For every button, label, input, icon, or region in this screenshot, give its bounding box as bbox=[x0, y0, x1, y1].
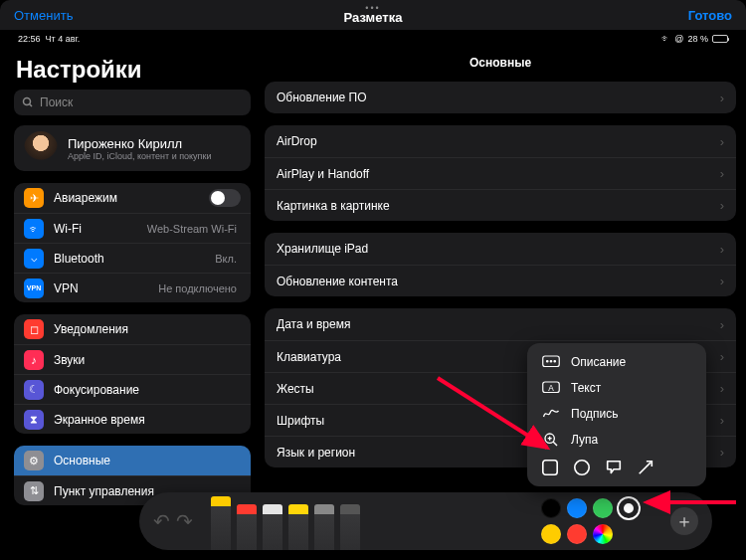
content-group: Хранилище iPad›Обновление контента› bbox=[265, 233, 736, 296]
chevron-right-icon: › bbox=[720, 445, 724, 460]
toggle[interactable] bbox=[209, 189, 241, 207]
chevron-right-icon: › bbox=[720, 91, 724, 105]
sidebar-item-основные[interactable]: ⚙Основные bbox=[14, 446, 251, 475]
add-button[interactable]: ＋ bbox=[670, 507, 698, 535]
battery-percent: 28 % bbox=[687, 34, 708, 44]
sign-icon bbox=[541, 406, 561, 422]
color-swatch[interactable] bbox=[567, 498, 587, 518]
row-icon: ⇅ bbox=[24, 481, 44, 501]
color-swatch[interactable] bbox=[593, 498, 613, 518]
profile-text: Пироженко Кирилл Apple ID, iCloud, конте… bbox=[68, 136, 211, 161]
color-swatch[interactable] bbox=[567, 524, 587, 544]
prefs-group: ◻Уведомления♪Звуки☾Фокусирование⧗Экранно… bbox=[14, 314, 251, 434]
popover-item-label: Подпись bbox=[571, 407, 619, 421]
svg-text:A: A bbox=[548, 384, 554, 393]
status-right: ᯤ @ 28 % bbox=[661, 34, 728, 44]
markup-title-wrap: ••• Разметка bbox=[344, 6, 403, 25]
sidebar-item-фокусирование[interactable]: ☾Фокусирование bbox=[14, 374, 251, 404]
status-bar: 22:56 Чт 4 авг. ᯤ @ 28 % bbox=[0, 30, 746, 46]
row-icon: ♪ bbox=[24, 350, 44, 370]
sidebar-item-авиарежим[interactable]: ✈Авиарежим bbox=[14, 183, 251, 213]
svg-line-1 bbox=[30, 104, 33, 107]
color-swatch[interactable] bbox=[593, 524, 613, 544]
sidebar-item-bluetooth[interactable]: ⌵BluetoothВкл. bbox=[14, 243, 251, 273]
sidebar-item-звуки[interactable]: ♪Звуки bbox=[14, 344, 251, 374]
drawing-tool-3[interactable] bbox=[288, 504, 308, 550]
chevron-right-icon: › bbox=[720, 349, 724, 364]
chevron-right-icon: › bbox=[720, 166, 724, 181]
text-icon: A bbox=[541, 380, 561, 396]
search-field[interactable]: Поиск bbox=[14, 90, 251, 115]
search-icon bbox=[22, 96, 34, 108]
markup-nav-bar: Отменить ••• Разметка Готово bbox=[0, 0, 746, 30]
color-swatch[interactable] bbox=[619, 498, 639, 518]
popover-item-sign[interactable]: Подпись bbox=[531, 401, 702, 427]
popover-item-label: Описание bbox=[571, 355, 626, 369]
drawing-tool-5[interactable] bbox=[340, 504, 360, 550]
circle-shape-button[interactable] bbox=[573, 459, 591, 476]
content-row-label: Обновление контента bbox=[277, 275, 398, 288]
settings-sidebar: Настройки Поиск Пироженко Кирилл Apple I… bbox=[0, 46, 261, 560]
sidebar-item-уведомления[interactable]: ◻Уведомления bbox=[14, 314, 251, 344]
content-row-airdrop[interactable]: AirDrop› bbox=[265, 125, 736, 157]
chevron-right-icon: › bbox=[720, 381, 724, 396]
drawing-tool-2[interactable] bbox=[263, 504, 282, 550]
content-row-картинка-в-картинке[interactable]: Картинка в картинке› bbox=[265, 189, 736, 221]
content-row-label: Обновление ПО bbox=[277, 91, 367, 104]
svg-point-5 bbox=[554, 361, 556, 363]
content-group: Обновление ПО› bbox=[265, 82, 736, 113]
undo-button[interactable]: ↶ bbox=[153, 509, 170, 533]
chevron-right-icon: › bbox=[720, 134, 724, 149]
content-row-обновление-контента[interactable]: Обновление контента› bbox=[265, 265, 736, 296]
avatar bbox=[24, 131, 58, 165]
sidebar-item-vpn[interactable]: VPNVPNНе подключено bbox=[14, 273, 251, 302]
content-row-label: Жесты bbox=[277, 382, 314, 396]
done-button[interactable]: Готово bbox=[688, 8, 732, 23]
drawing-tools bbox=[211, 492, 360, 550]
row-label: Авиарежим bbox=[54, 191, 209, 205]
redo-button[interactable]: ↷ bbox=[176, 509, 193, 533]
row-value: Вкл. bbox=[215, 253, 237, 265]
svg-line-14 bbox=[640, 463, 652, 474]
content-row-обновление-по[interactable]: Обновление ПО› bbox=[265, 82, 736, 113]
drawing-tool-4[interactable] bbox=[314, 504, 334, 550]
content-title: Основные bbox=[265, 46, 736, 82]
row-label: Фокусирование bbox=[54, 383, 241, 397]
svg-point-13 bbox=[575, 461, 589, 474]
square-shape-button[interactable] bbox=[541, 459, 559, 476]
content-row-хранилище-ipad[interactable]: Хранилище iPad› bbox=[265, 233, 736, 265]
sidebar-title: Настройки bbox=[16, 56, 251, 84]
color-swatch[interactable] bbox=[541, 498, 561, 518]
popover-item-loupe[interactable]: Лупа bbox=[531, 427, 702, 453]
row-label: Уведомления bbox=[54, 322, 241, 336]
drawing-tool-0[interactable] bbox=[211, 496, 231, 550]
row-icon: ᯤ bbox=[24, 219, 44, 239]
profile-group[interactable]: Пироженко Кирилл Apple ID, iCloud, конте… bbox=[14, 125, 251, 171]
popover-item-label: Текст bbox=[571, 381, 601, 395]
chevron-right-icon: › bbox=[720, 274, 724, 288]
popover-item-text[interactable]: AТекст bbox=[531, 375, 702, 401]
chevron-right-icon: › bbox=[720, 198, 724, 213]
row-icon: VPN bbox=[24, 279, 44, 298]
color-swatch[interactable] bbox=[541, 524, 561, 544]
speech-bubble-shape-button[interactable] bbox=[605, 459, 623, 476]
sidebar-item-wi-fi[interactable]: ᯤWi-FiWeb-Stream Wi-Fi bbox=[14, 213, 251, 243]
content-row-дата-и-время[interactable]: Дата и время› bbox=[265, 308, 736, 340]
drawing-tool-1[interactable] bbox=[237, 504, 257, 550]
chevron-right-icon: › bbox=[720, 242, 724, 257]
sidebar-item-экранное-время[interactable]: ⧗Экранное время bbox=[14, 404, 251, 434]
desc-icon bbox=[541, 354, 561, 370]
chevron-right-icon: › bbox=[720, 413, 724, 428]
popover-item-desc[interactable]: Описание bbox=[531, 349, 702, 375]
content-row-label: Дата и время bbox=[277, 317, 350, 331]
profile-name: Пироженко Кирилл bbox=[68, 136, 211, 151]
row-icon: ⧗ bbox=[24, 410, 44, 430]
svg-rect-12 bbox=[543, 461, 557, 474]
battery-icon bbox=[712, 35, 728, 43]
row-label: VPN bbox=[54, 281, 158, 295]
markup-toolbar: ↶ ↷ ＋ bbox=[139, 492, 712, 550]
cancel-button[interactable]: Отменить bbox=[14, 8, 73, 23]
content-row-airplay-и-handoff[interactable]: AirPlay и Handoff› bbox=[265, 157, 736, 189]
row-icon: ◻ bbox=[24, 319, 44, 339]
arrow-shape-button[interactable] bbox=[637, 459, 654, 476]
